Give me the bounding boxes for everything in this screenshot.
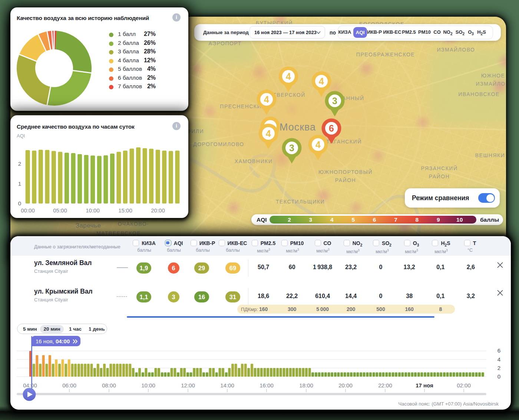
svg-text:14:00: 14:00 [220, 382, 234, 388]
svg-text:18:00: 18:00 [299, 382, 313, 388]
svg-text:0: 0 [18, 200, 21, 206]
svg-text:02:00: 02:00 [457, 382, 471, 388]
svg-text:6: 6 [373, 216, 376, 223]
svg-text:0: 0 [497, 373, 500, 380]
svg-text:20:00: 20:00 [338, 382, 353, 388]
svg-text:6: 6 [329, 123, 334, 133]
svg-text:4: 4 [315, 139, 321, 150]
svg-text:4: 4 [264, 94, 269, 105]
svg-text:AQI: AQI [257, 216, 267, 223]
svg-text:4: 4 [330, 216, 334, 223]
svg-text:4: 4 [319, 76, 324, 86]
svg-text:1: 1 [18, 181, 21, 187]
svg-text:10:00: 10:00 [86, 207, 100, 214]
svg-text:10: 10 [456, 216, 463, 223]
svg-text:15:00: 15:00 [118, 207, 132, 214]
svg-text:22:00: 22:00 [378, 382, 392, 388]
svg-text:17 ноя: 17 ноя [416, 382, 433, 388]
svg-text:7: 7 [394, 216, 397, 223]
svg-text:8: 8 [416, 216, 419, 223]
svg-text:баллы: баллы [480, 216, 499, 223]
svg-text:20:00: 20:00 [151, 207, 165, 214]
svg-text:04:00: 04:00 [23, 382, 37, 388]
svg-text:4: 4 [497, 356, 500, 363]
svg-text:06:00: 06:00 [62, 382, 76, 388]
svg-text:12:00: 12:00 [181, 382, 195, 388]
svg-text:16:00: 16:00 [260, 382, 274, 388]
svg-text:9: 9 [437, 216, 440, 223]
svg-text:4: 4 [266, 128, 271, 139]
svg-text:2: 2 [497, 365, 500, 371]
svg-text:2: 2 [18, 161, 21, 167]
svg-text:5: 5 [351, 216, 355, 223]
svg-text:3: 3 [332, 96, 337, 106]
svg-text:08:00: 08:00 [102, 382, 116, 388]
svg-text:6: 6 [497, 347, 500, 354]
svg-text:10:00: 10:00 [141, 382, 155, 388]
svg-text:3: 3 [289, 143, 294, 153]
svg-text:00:00: 00:00 [21, 207, 35, 214]
svg-text:05:00: 05:00 [53, 207, 67, 214]
svg-text:2: 2 [288, 216, 291, 223]
svg-text:4: 4 [286, 71, 291, 82]
svg-text:3: 3 [309, 216, 313, 223]
